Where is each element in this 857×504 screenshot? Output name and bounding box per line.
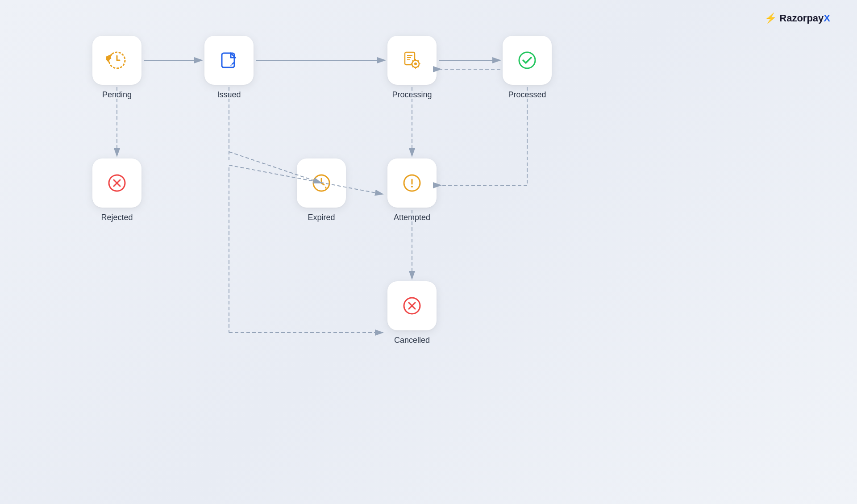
svg-text:!: ! <box>325 186 326 190</box>
svg-point-17 <box>519 52 535 68</box>
node-label-issued: Issued <box>217 90 241 100</box>
node-issued: Issued <box>204 36 254 100</box>
node-box-processing <box>387 36 437 85</box>
logo-text: RazorpayX <box>779 12 830 24</box>
svg-line-14 <box>418 67 419 67</box>
node-label-cancelled: Cancelled <box>394 336 430 345</box>
svg-line-16 <box>412 67 413 67</box>
node-box-processed <box>503 36 552 85</box>
node-expired: ! Expired <box>297 158 346 222</box>
node-rejected: Rejected <box>92 158 141 222</box>
node-processing: Processing <box>387 36 437 100</box>
node-processed: Processed <box>503 36 552 100</box>
svg-point-26 <box>411 186 413 187</box>
node-box-rejected <box>92 158 141 208</box>
node-label-attempted: Attempted <box>394 213 430 222</box>
node-attempted: Attempted <box>387 158 437 222</box>
node-label-pending: Pending <box>102 90 132 100</box>
node-label-processed: Processed <box>508 90 546 100</box>
node-box-expired: ! <box>297 158 346 208</box>
node-cancelled: Cancelled <box>387 281 437 345</box>
svg-line-15 <box>418 61 419 62</box>
logo: ⚡ RazorpayX <box>765 12 830 24</box>
node-box-attempted <box>387 158 437 208</box>
node-box-cancelled <box>387 281 437 330</box>
node-label-processing: Processing <box>392 90 432 100</box>
node-pending: Pending <box>92 36 141 100</box>
node-label-rejected: Rejected <box>101 213 133 222</box>
node-label-expired: Expired <box>308 213 335 222</box>
svg-line-2 <box>231 65 232 66</box>
node-box-pending <box>92 36 141 85</box>
logo-icon: ⚡ <box>765 12 777 24</box>
node-box-issued <box>204 36 254 85</box>
svg-point-8 <box>414 62 417 65</box>
svg-line-13 <box>412 61 413 62</box>
